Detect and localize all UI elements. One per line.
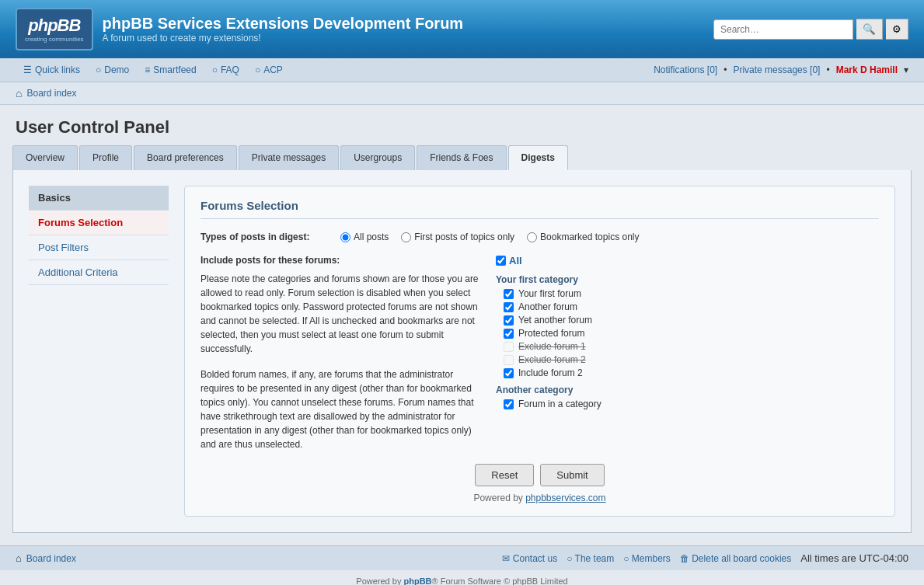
nav-smartfeed[interactable]: ≡ Smartfeed: [137, 58, 204, 82]
forum-label-4: Exclude forum 1: [518, 341, 586, 352]
post-types-radio-group: All posts First posts of topics only Boo…: [340, 232, 639, 242]
footer-members[interactable]: ○ Members: [623, 553, 671, 564]
sidebar-forums-selection[interactable]: Forums Selection: [29, 211, 169, 235]
forum-label-0: Your first forum: [518, 288, 581, 299]
forum-item-4: Exclude forum 1: [496, 341, 879, 352]
nav-acp[interactable]: ○ ACP: [247, 58, 291, 82]
footer-nav: ⌂ Board index ✉ Contact us ○ The team ○ …: [0, 545, 924, 570]
footer-links: ✉ Contact us ○ The team ○ Members 🗑 Dele…: [502, 552, 908, 564]
submit-button[interactable]: Submit: [540, 464, 604, 486]
tab-bar: Overview Profile Board preferences Priva…: [0, 145, 924, 170]
all-label: All: [509, 255, 522, 266]
include-posts-label: Include posts for these forums:: [200, 255, 480, 266]
phpbbservices-link[interactable]: phpbbservices.com: [525, 493, 605, 503]
radio-bookmarked[interactable]: Bookmarked topics only: [527, 232, 639, 242]
forum-label-6: Include forum 2: [518, 367, 583, 378]
forums-selection-panel: Forums Selection Types of posts in diges…: [184, 186, 895, 517]
tab-overview[interactable]: Overview: [12, 145, 78, 170]
radio-all-posts-label: All posts: [354, 232, 389, 242]
forum-checkbox-6[interactable]: [504, 368, 514, 378]
site-subtitle: A forum used to create my extensions!: [103, 33, 464, 44]
sidebar-basics: Basics: [29, 186, 169, 211]
page-title: User Control Panel: [0, 105, 924, 145]
navbar-left: ☰ Quick links ○ Demo ≡ Smartfeed ○ FAQ ○…: [16, 58, 291, 82]
search-area: 🔍 ⚙: [713, 19, 908, 40]
post-types-row: Types of posts in digest: All posts Firs…: [200, 232, 879, 242]
nav-faq[interactable]: ○ FAQ: [204, 58, 247, 82]
powered-by-text: Powered by phpbbservices.com: [200, 493, 879, 503]
navbar-right: Notifications [0] • Private messages [0]…: [654, 64, 908, 75]
tab-digests[interactable]: Digests: [508, 145, 568, 170]
logo-phpbb-text: phpBB: [28, 16, 80, 36]
search-input[interactable]: [713, 19, 853, 40]
forum-item-0: Your first forum: [496, 288, 879, 299]
footer-home-icon: ⌂: [16, 552, 22, 564]
forum-label-1: Another forum: [518, 301, 577, 312]
tab-profile[interactable]: Profile: [79, 145, 132, 170]
all-checkbox[interactable]: [496, 256, 506, 266]
navbar: ☰ Quick links ○ Demo ≡ Smartfeed ○ FAQ ○…: [0, 58, 924, 82]
logo-box: phpBB creating communities: [16, 8, 93, 50]
tab-board-preferences[interactable]: Board preferences: [134, 145, 237, 170]
tab-private-messages[interactable]: Private messages: [239, 145, 339, 170]
include-section: Include posts for these forums: Please n…: [200, 255, 879, 451]
radio-all-posts[interactable]: All posts: [340, 232, 389, 242]
all-checkbox-row: All: [496, 255, 879, 266]
dropdown-icon[interactable]: ▾: [904, 64, 908, 75]
site-title-block: phpBB Services Extensions Development Fo…: [103, 15, 464, 44]
sidebar-post-filters[interactable]: Post Filters: [29, 235, 169, 260]
breadcrumb-board-index[interactable]: Board index: [26, 88, 76, 99]
forum-checkbox-5: [504, 355, 514, 365]
advanced-search-button[interactable]: ⚙: [886, 19, 908, 40]
button-row: Reset Submit: [200, 464, 879, 486]
notifications-link[interactable]: Notifications [0]: [654, 64, 717, 75]
sidebar-additional-criteria[interactable]: Additional Criteria: [29, 260, 169, 285]
forum-label-cat2-0: Forum in a category: [518, 399, 601, 409]
footer-board-index[interactable]: Board index: [26, 553, 76, 564]
radio-bookmarked-input[interactable]: [527, 232, 537, 242]
forum-checkbox-4: [504, 342, 514, 352]
panel-title: Forums Selection: [200, 199, 879, 219]
tab-friends-foes[interactable]: Friends & Foes: [417, 145, 506, 170]
breadcrumb: ⌂ Board index: [0, 82, 924, 105]
footer-left: ⌂ Board index: [16, 552, 76, 564]
forum-checkbox-3[interactable]: [504, 329, 514, 339]
forum-checkbox-1[interactable]: [504, 302, 514, 312]
radio-bookmarked-label: Bookmarked topics only: [540, 232, 639, 242]
footer-phpbb-link[interactable]: phpBB: [403, 576, 431, 585]
main-content: Basics Forums Selection Post Filters Add…: [12, 170, 912, 533]
footer-copyright: Powered by phpBB® Forum Software © phpBB…: [0, 570, 924, 585]
forum-checkbox-0[interactable]: [504, 289, 514, 299]
post-types-label: Types of posts in digest:: [200, 232, 325, 242]
forum-label-5: Exclude forum 2: [518, 354, 586, 365]
forum-checkbox-2[interactable]: [504, 315, 514, 326]
nav-quick-links[interactable]: ☰ Quick links: [16, 58, 88, 82]
username-link[interactable]: Mark D Hamill: [836, 64, 898, 75]
private-messages-link[interactable]: Private messages [0]: [733, 64, 820, 75]
home-icon: ⌂: [16, 87, 22, 99]
forum-item-3: Protected forum: [496, 328, 879, 339]
radio-first-posts-input[interactable]: [401, 232, 411, 242]
forum-label-2: Yet another forum: [518, 315, 592, 326]
footer-contact[interactable]: ✉ Contact us: [502, 553, 557, 564]
description-text-2: Bolded forum names, if any, are forums t…: [200, 367, 480, 451]
content-layout: Basics Forums Selection Post Filters Add…: [29, 186, 895, 517]
nav-demo[interactable]: ○ Demo: [88, 58, 137, 82]
forum-item-1: Another forum: [496, 301, 879, 312]
forum-item-6: Include forum 2: [496, 367, 879, 378]
forum-checkbox-cat2-0[interactable]: [504, 399, 514, 409]
footer-team[interactable]: ○ The team: [567, 553, 614, 564]
footer-delete-cookies[interactable]: 🗑 Delete all board cookies: [680, 553, 791, 564]
reset-button[interactable]: Reset: [475, 464, 534, 486]
radio-first-posts-label: First posts of topics only: [414, 232, 514, 242]
category-2-title: Another category: [496, 385, 879, 395]
radio-first-posts[interactable]: First posts of topics only: [401, 232, 514, 242]
tab-usergroups[interactable]: Usergroups: [340, 145, 415, 170]
footer-timezone: All times are UTC-04:00: [800, 552, 908, 564]
forums-column: All Your first category Your first forum…: [496, 255, 879, 451]
category-1-title: Your first category: [496, 274, 879, 285]
search-button[interactable]: 🔍: [856, 19, 883, 40]
logo-sub-text: creating communities: [25, 36, 84, 43]
radio-all-posts-input[interactable]: [340, 232, 350, 242]
forum-item-cat2-0: Forum in a category: [496, 399, 879, 409]
